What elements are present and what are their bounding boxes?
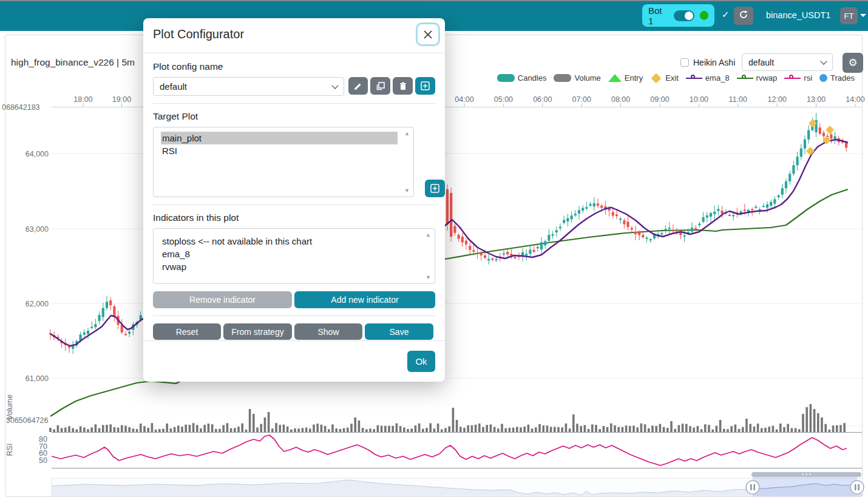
plot-settings-button[interactable]: ⚙ — [843, 53, 863, 73]
volume-legend-icon — [554, 74, 571, 82]
volume-bar — [580, 426, 582, 432]
volume-bar — [772, 426, 775, 432]
remove-indicator-button[interactable]: Remove indicator — [153, 291, 292, 308]
volume-bar — [61, 428, 63, 432]
volume-bar — [550, 427, 552, 432]
volume-bar — [140, 424, 142, 432]
legend-item-trades[interactable]: Trades — [819, 73, 855, 83]
legend-item-exit[interactable]: Exit — [650, 73, 679, 83]
save-button[interactable]: Save — [365, 323, 433, 340]
candle — [615, 214, 618, 216]
chevron-down-icon[interactable] — [860, 14, 866, 17]
volume-bar — [313, 425, 315, 432]
time-tick-label: 05:00 — [494, 95, 513, 104]
volume-bar — [369, 428, 371, 432]
candle — [476, 252, 479, 254]
volume-bar — [836, 425, 838, 432]
candle — [72, 346, 74, 348]
indicators-list[interactable]: ▲ ▼ stoploss <-- not available in this c… — [153, 228, 435, 284]
add-plot-button[interactable] — [425, 180, 445, 197]
delete-config-button[interactable] — [393, 77, 413, 95]
volume-bar — [388, 426, 390, 432]
volume-bar — [151, 423, 154, 432]
avatar[interactable]: FT — [840, 7, 858, 24]
indicator-item[interactable]: stoploss <-- not available in this chart — [161, 235, 419, 248]
price-tick-label: 068642183 — [2, 103, 40, 112]
scroll-down-icon[interactable]: ▼ — [426, 274, 431, 280]
candle — [563, 220, 565, 223]
volume-bar — [554, 427, 556, 432]
volume-bar — [350, 424, 353, 432]
bot-status-dot — [700, 11, 708, 20]
show-button[interactable]: Show — [294, 323, 362, 340]
legend-item-rvwap[interactable]: rvwap — [737, 73, 778, 83]
volume-bar — [279, 425, 281, 432]
plot-config-select[interactable]: default — [742, 53, 833, 71]
candle — [660, 233, 663, 234]
volume-bar — [640, 424, 643, 432]
volume-bar — [106, 425, 108, 432]
config-name-select[interactable]: default — [153, 77, 344, 96]
target-plot-list[interactable]: ▲ ▼ main_plotRSI — [153, 127, 414, 197]
bot-selector[interactable]: Bot 1 — [642, 4, 714, 27]
legend-item-volume[interactable]: Volume — [554, 73, 600, 83]
time-tick-label: 10:00 — [690, 95, 708, 104]
volume-bar — [531, 428, 534, 432]
volume-bar — [121, 425, 123, 432]
volume-bar — [174, 427, 176, 432]
volume-bar — [305, 428, 308, 432]
legend-item-candles[interactable]: Candles — [497, 73, 547, 83]
legend-item-entry[interactable]: Entry — [608, 73, 643, 83]
volume-bar — [666, 428, 669, 432]
scroll-up-icon[interactable]: ▲ — [404, 130, 410, 137]
refresh-button[interactable] — [734, 7, 753, 25]
from-strategy-button[interactable]: From strategy — [223, 323, 292, 340]
add-new-indicator-button[interactable]: Add new indicator — [294, 291, 435, 308]
move-handle-dots — [809, 474, 810, 475]
volume-bar — [682, 424, 684, 432]
volume-bar — [689, 426, 691, 432]
volume-bar — [598, 429, 601, 432]
volume-axis-title: Volume — [5, 394, 14, 420]
volume-bar — [749, 424, 751, 432]
volume-bar — [287, 427, 289, 432]
scroll-up-icon[interactable]: ▲ — [426, 232, 431, 238]
volume-bar — [478, 424, 481, 432]
volume-bar — [143, 426, 146, 432]
bot-online-toggle[interactable] — [674, 10, 694, 21]
close-button[interactable] — [416, 22, 440, 46]
volume-bar — [426, 428, 428, 432]
refresh-icon — [739, 10, 748, 22]
edit-config-button[interactable] — [348, 77, 368, 95]
volume-bar — [407, 429, 409, 432]
volume-bar — [576, 424, 578, 432]
target-plot-item[interactable]: main_plot — [161, 132, 398, 144]
indicator-item[interactable]: rvwap — [161, 260, 419, 273]
volume-bar — [275, 423, 277, 432]
heikin-ashi-checkbox[interactable] — [680, 58, 689, 67]
scrollbar[interactable]: ▲ ▼ — [404, 130, 410, 194]
ok-button[interactable]: Ok — [407, 351, 435, 372]
volume-bar — [659, 424, 662, 432]
indicator-item[interactable]: ema_8 — [161, 248, 419, 260]
datazoom-left-handle[interactable] — [746, 481, 759, 494]
volume-bar — [493, 427, 496, 432]
volume-bar — [444, 428, 447, 432]
add-config-button[interactable] — [415, 77, 435, 95]
scrollbar[interactable]: ▲ ▼ — [426, 232, 431, 280]
scroll-down-icon[interactable]: ▼ — [404, 187, 410, 194]
target-plot-item[interactable]: RSI — [161, 144, 398, 157]
plot-config-select-value: default — [748, 58, 774, 67]
volume-bar — [523, 427, 526, 432]
volume-bar — [459, 427, 462, 432]
duplicate-config-button[interactable] — [370, 77, 390, 95]
legend-label: Volume — [574, 73, 600, 83]
gear-icon: ⚙ — [848, 58, 857, 68]
datazoom-window[interactable] — [753, 477, 857, 496]
reset-button[interactable]: Reset — [153, 323, 221, 340]
legend-item-rsi[interactable]: rsi — [784, 73, 812, 83]
volume-bar — [158, 429, 161, 432]
volume-bar — [463, 428, 466, 432]
legend-item-ema_8[interactable]: ema_8 — [686, 73, 730, 83]
volume-bar — [373, 429, 375, 432]
